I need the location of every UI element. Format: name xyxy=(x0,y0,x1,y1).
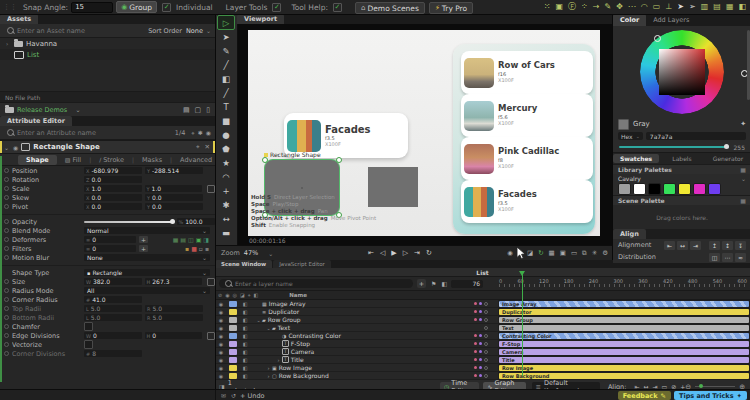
tab-assets[interactable]: Assets xyxy=(0,14,38,24)
keyframe-toggle[interactable] xyxy=(0,315,12,320)
tab-scene-window[interactable]: Scene Window xyxy=(215,260,272,268)
duplicate-view-icon[interactable]: ⧉ xyxy=(582,250,587,257)
visibility-eye-icon[interactable]: ◉ xyxy=(215,373,227,379)
keyframe-toggle[interactable] xyxy=(0,237,12,242)
timeline-ruler[interactable]: 060 120180 240300 360420 480540 600 xyxy=(499,278,747,289)
skew-y-field[interactable]: Y0.0 xyxy=(145,194,203,201)
saturation-value-box[interactable] xyxy=(659,49,705,95)
filter-shortcut-icon[interactable]: ▪ xyxy=(185,246,189,252)
shape-type-select[interactable]: ▪Rectangle⌄ xyxy=(84,269,210,276)
render-toggle-icon[interactable]: ◧ xyxy=(239,309,251,315)
visibility-eye-icon[interactable]: ◉ xyxy=(215,365,227,371)
keyframe-toggle[interactable] xyxy=(0,195,12,200)
layer-row-f-stop[interactable]: ◉ ◧ T F-Stop F-Stop xyxy=(215,340,750,348)
comment-icon[interactable]: ✉ xyxy=(221,392,226,399)
pivot-point[interactable] xyxy=(301,187,303,189)
ellipse-tool[interactable]: ● xyxy=(218,128,234,142)
asset-comp-list[interactable]: List xyxy=(0,49,215,60)
tab-javascript-editor[interactable]: JavaScript Editor xyxy=(273,260,331,268)
arc-tool[interactable]: ◠ xyxy=(218,170,234,184)
tab-advanced[interactable]: Advanced xyxy=(172,155,220,165)
resize-handle[interactable] xyxy=(336,157,342,163)
card-pink-cadillac[interactable]: Pink Cadillac f8 X100F xyxy=(461,137,593,180)
layer-color-swatch[interactable] xyxy=(229,341,237,347)
tab-labels[interactable]: Labels xyxy=(659,154,705,163)
layer-tools-checkbox[interactable]: ✓ xyxy=(272,3,281,12)
screen-bounds-icon[interactable]: ▭ xyxy=(571,250,577,257)
align-center-v-button[interactable]: ↕ xyxy=(722,241,733,250)
render-toggle-icon[interactable]: ◧ xyxy=(239,325,251,331)
distribute-h-button[interactable]: ◫ xyxy=(709,253,720,262)
pin-attributes-icon[interactable]: ⌖ xyxy=(191,129,194,137)
current-frame-field[interactable]: 76 xyxy=(451,280,483,288)
align-right-button[interactable]: ⇥ xyxy=(690,241,701,250)
visibility-eye-icon[interactable]: ◉ xyxy=(215,309,227,315)
cavalry-palette-row[interactable]: Cavalry ⌄ xyxy=(613,174,750,183)
loop-button[interactable]: ↻ xyxy=(426,249,432,257)
visibility-eye-icon[interactable]: ◉ xyxy=(215,317,227,323)
visibility-eye-icon[interactable]: ◉ xyxy=(215,349,227,355)
layer-name[interactable]: Row Image xyxy=(279,364,312,371)
tab-masks[interactable]: Masks xyxy=(134,155,170,165)
layer-name[interactable]: Title xyxy=(291,356,304,363)
corner-radius-field[interactable]: #41.0 xyxy=(84,296,142,303)
expand-chevron[interactable]: ⌄ xyxy=(265,325,272,331)
layer-row-camera[interactable]: ◉ ◧ T Camera Camera xyxy=(215,348,750,356)
layer-row-text[interactable]: ◉ ◧ ⌄ ▰ Text Text xyxy=(215,324,750,332)
render-toggle-icon[interactable]: ◧ xyxy=(239,341,251,347)
timeline-zoom-slider[interactable] xyxy=(695,386,735,387)
resize-handle[interactable] xyxy=(262,157,268,163)
camera-view-icon[interactable]: ◧ xyxy=(738,3,746,11)
expand-chevron[interactable]: › xyxy=(275,357,282,363)
color-swatch[interactable] xyxy=(708,183,721,195)
align-center-h-button[interactable]: ↔ xyxy=(677,241,688,250)
top-radii-r-field[interactable]: R5.0 xyxy=(145,305,203,312)
curve-icon[interactable]: ◠ xyxy=(641,3,648,11)
deformer-shortcut-icon[interactable]: ▤ xyxy=(180,237,186,243)
timeline-bar[interactable]: Camera xyxy=(499,349,749,355)
frame-icon[interactable]: Ⓕ xyxy=(568,3,576,11)
layer-color-swatch[interactable] xyxy=(229,333,237,339)
tab-attribute-editor[interactable]: Attribute Editor xyxy=(0,116,72,126)
asset-search-input[interactable]: Enter an Asset name xyxy=(17,27,85,35)
project-select[interactable]: Release Demos xyxy=(17,106,67,114)
timeline-bar[interactable]: Row Image xyxy=(499,365,749,371)
keyframe-toggle[interactable] xyxy=(0,186,12,191)
visibility-eye-icon[interactable]: ◉ xyxy=(215,333,227,339)
scale-x-field[interactable]: X1.0 xyxy=(84,185,142,192)
snap-angle-input[interactable]: 15 xyxy=(71,2,113,13)
deformer-shortcut-icon[interactable]: ▣ xyxy=(196,237,202,243)
pen-tool[interactable]: ✎ xyxy=(218,44,234,58)
expand-chevron[interactable]: › xyxy=(265,365,272,371)
tab-swatches[interactable]: Swatches xyxy=(613,154,659,163)
viewport-settings-icon[interactable]: ⚙ xyxy=(602,250,608,257)
color-swatch[interactable] xyxy=(663,183,676,195)
feedback-button[interactable]: Feedback ✎ xyxy=(618,391,671,400)
keyframe-toggle[interactable] xyxy=(0,288,12,293)
filter-shortcut-icon[interactable]: ▫ xyxy=(199,246,203,252)
attribute-search-input[interactable]: Enter an Attribute name xyxy=(17,129,96,137)
timeline-bar[interactable]: Text xyxy=(499,325,749,331)
visibility-eye-icon[interactable]: ◉ xyxy=(215,357,227,363)
cursor-outline-icon[interactable]: ➢ xyxy=(689,3,696,11)
chevron-down-icon[interactable]: ⌄ xyxy=(75,106,80,114)
layer-color-swatch[interactable] xyxy=(229,365,237,371)
link-xy-icon[interactable] xyxy=(207,185,215,193)
playhead[interactable] xyxy=(522,274,523,376)
keyframe-toggle[interactable] xyxy=(0,177,12,182)
edge-divisions-h-field[interactable]: H0 xyxy=(145,332,203,339)
skew-x-field[interactable]: X0.0 xyxy=(84,194,142,201)
bottom-radii-r-field[interactable]: R5.0 xyxy=(145,314,203,321)
keyframe-toggle[interactable] xyxy=(0,342,12,347)
layer-color-swatch[interactable] xyxy=(229,309,237,315)
collapse-chevron-icon[interactable]: ⌄ xyxy=(4,144,9,151)
keyframe-toggle[interactable] xyxy=(0,333,12,338)
card-row-of-cars[interactable]: Row of Cars f16 X100F xyxy=(461,51,593,94)
add-filter-button[interactable]: + xyxy=(139,245,148,252)
keyframe-toggle[interactable] xyxy=(0,297,12,302)
color-swatch[interactable] xyxy=(693,183,706,195)
layer-color-swatch[interactable] xyxy=(229,349,237,355)
add-layer-button[interactable]: + xyxy=(417,279,426,288)
pivot-x-field[interactable]: X0.0 xyxy=(84,203,142,210)
step-forward-button[interactable]: ▷ xyxy=(403,249,408,257)
